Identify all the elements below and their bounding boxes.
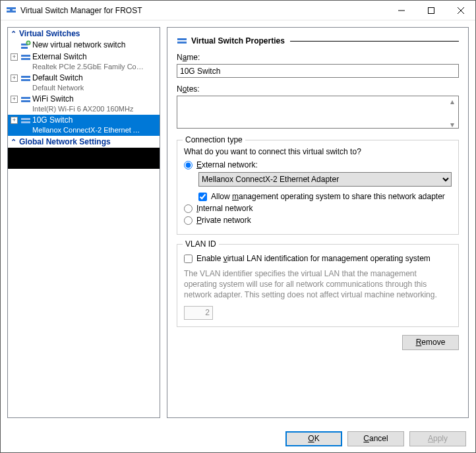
svg-rect-2 bbox=[10, 9, 13, 11]
new-switch-icon bbox=[20, 40, 31, 51]
name-input[interactable] bbox=[177, 64, 459, 78]
svg-rect-19 bbox=[21, 121, 30, 123]
svg-rect-13 bbox=[21, 58, 30, 60]
tree-item-label: 10G Switch bbox=[32, 115, 144, 125]
enable-vlan-input[interactable] bbox=[184, 255, 193, 263]
tree-item-wifi-switch[interactable]: + WiFi Switch Intel(R) Wi-Fi 6 AX200 160… bbox=[8, 94, 160, 115]
titlebar: Virtual Switch Manager for FROST bbox=[1, 1, 475, 20]
tree-item-label: WiFi Switch bbox=[32, 94, 133, 104]
vlan-group: VLAN ID Enable virtual LAN identificatio… bbox=[177, 244, 459, 327]
tree-item-new-switch[interactable]: New virtual network switch bbox=[8, 40, 160, 51]
svg-rect-15 bbox=[21, 79, 30, 81]
vlan-hint: The VLAN identifier specifies the virtua… bbox=[184, 268, 452, 301]
tree-item-sublabel: Mellanox ConnectX-2 Ethernet Ad... bbox=[32, 125, 144, 135]
adapter-select[interactable]: Mellanox ConnectX-2 Ethernet Adapter bbox=[198, 172, 452, 187]
right-pane: Virtual Switch Properties Name: Notes: ▴… bbox=[167, 27, 469, 418]
tree-item-sublabel: Realtek PCIe 2.5GbE Family Contr... bbox=[32, 62, 144, 72]
expand-icon[interactable]: + bbox=[11, 96, 18, 103]
switch-icon bbox=[20, 52, 31, 63]
footer: OK Cancel Apply bbox=[1, 425, 475, 452]
radio-external-network[interactable]: External network: bbox=[184, 160, 452, 169]
tree-item-label: New virtual network switch bbox=[32, 40, 125, 50]
scrollbar[interactable]: ▴▾ bbox=[447, 97, 458, 129]
cancel-button[interactable]: Cancel bbox=[347, 431, 404, 446]
tree-header-virtual-switches[interactable]: ⌃ Virtual Switches bbox=[8, 28, 160, 40]
notes-label: Notes: bbox=[177, 84, 459, 94]
notes-input[interactable] bbox=[177, 96, 459, 129]
radio-private-network[interactable]: Private network bbox=[184, 216, 452, 225]
switch-icon bbox=[177, 36, 187, 46]
group-title: VLAN ID bbox=[183, 239, 219, 249]
window-title: Virtual Switch Manager for FROST bbox=[20, 6, 386, 15]
tree-item-label: Default Switch bbox=[32, 73, 84, 83]
remove-button[interactable]: Remove bbox=[402, 335, 459, 350]
tree-header-label: Virtual Switches bbox=[19, 29, 80, 38]
group-title: Connection type bbox=[183, 135, 245, 144]
name-label: Name: bbox=[177, 53, 459, 62]
section-title-text: Virtual Switch Properties bbox=[191, 36, 285, 45]
enable-vlan-checkbox[interactable]: Enable virtual LAN identification for ma… bbox=[184, 254, 452, 263]
radio-internal-network[interactable]: Internal network bbox=[184, 204, 452, 213]
radio-internal-input[interactable] bbox=[184, 204, 193, 213]
tree-item-label: External Switch bbox=[32, 52, 144, 62]
left-pane: ⌃ Virtual Switches New virtual network s… bbox=[7, 27, 160, 418]
connection-question: What do you want to connect this virtual… bbox=[184, 147, 452, 156]
radio-external-input[interactable] bbox=[184, 161, 193, 169]
close-button[interactable] bbox=[446, 1, 475, 20]
tree: ⌃ Virtual Switches New virtual network s… bbox=[8, 28, 160, 148]
allow-management-input[interactable] bbox=[198, 193, 207, 201]
apply-button: Apply bbox=[409, 431, 466, 446]
ok-button[interactable]: OK bbox=[285, 431, 342, 446]
checkbox-label: Allow management operating system to sha… bbox=[211, 192, 445, 201]
expand-icon[interactable]: + bbox=[11, 53, 18, 61]
body: ⌃ Virtual Switches New virtual network s… bbox=[1, 20, 475, 425]
expand-icon[interactable]: + bbox=[11, 117, 18, 124]
svg-rect-20 bbox=[177, 38, 187, 40]
tree-item-default-switch[interactable]: + Default Switch Default Network bbox=[8, 73, 160, 94]
connection-type-group: Connection type What do you want to conn… bbox=[177, 140, 459, 235]
window: Virtual Switch Manager for FROST ⌃ Virtu… bbox=[0, 0, 476, 453]
tree-item-sublabel: Default Network bbox=[32, 83, 84, 93]
svg-rect-0 bbox=[7, 7, 16, 9]
tree-item-external-switch[interactable]: + External Switch Realtek PCIe 2.5GbE Fa… bbox=[8, 51, 160, 73]
chevron-up-icon: ⌃ bbox=[11, 138, 16, 146]
svg-rect-16 bbox=[21, 97, 30, 99]
section-title: Virtual Switch Properties bbox=[177, 36, 459, 46]
svg-rect-21 bbox=[177, 42, 187, 44]
svg-rect-4 bbox=[428, 7, 434, 13]
chevron-down-icon: ▾ bbox=[450, 120, 454, 129]
svg-rect-14 bbox=[21, 76, 30, 78]
tree-header-label: Global Network Settings bbox=[19, 137, 111, 146]
redacted-area bbox=[8, 148, 160, 169]
allow-management-checkbox[interactable]: Allow management operating system to sha… bbox=[198, 192, 452, 201]
minimize-button[interactable] bbox=[386, 1, 416, 20]
tree-item-10g-switch[interactable]: + 10G Switch Mellanox ConnectX-2 Etherne… bbox=[8, 115, 160, 136]
svg-rect-12 bbox=[21, 55, 30, 57]
svg-rect-17 bbox=[21, 100, 30, 102]
radio-label: External network: bbox=[196, 160, 258, 169]
chevron-up-icon: ▴ bbox=[450, 97, 454, 106]
tree-item-sublabel: Intel(R) Wi-Fi 6 AX200 160MHz bbox=[32, 104, 133, 114]
chevron-up-icon: ⌃ bbox=[11, 30, 16, 38]
tree-header-global-settings[interactable]: ⌃ Global Network Settings bbox=[8, 136, 160, 148]
maximize-button[interactable] bbox=[416, 1, 446, 20]
radio-label: Private network bbox=[196, 216, 251, 225]
radio-label: Internal network bbox=[196, 204, 253, 213]
checkbox-label: Enable virtual LAN identification for ma… bbox=[196, 254, 431, 263]
switch-icon bbox=[20, 115, 31, 126]
expand-icon[interactable]: + bbox=[11, 75, 18, 82]
switch-icon bbox=[20, 94, 31, 105]
svg-rect-8 bbox=[21, 47, 28, 49]
app-icon bbox=[6, 5, 16, 16]
switch-icon bbox=[20, 73, 31, 84]
svg-rect-18 bbox=[21, 118, 30, 120]
radio-private-input[interactable] bbox=[184, 216, 193, 225]
vlan-id-input bbox=[184, 306, 213, 320]
